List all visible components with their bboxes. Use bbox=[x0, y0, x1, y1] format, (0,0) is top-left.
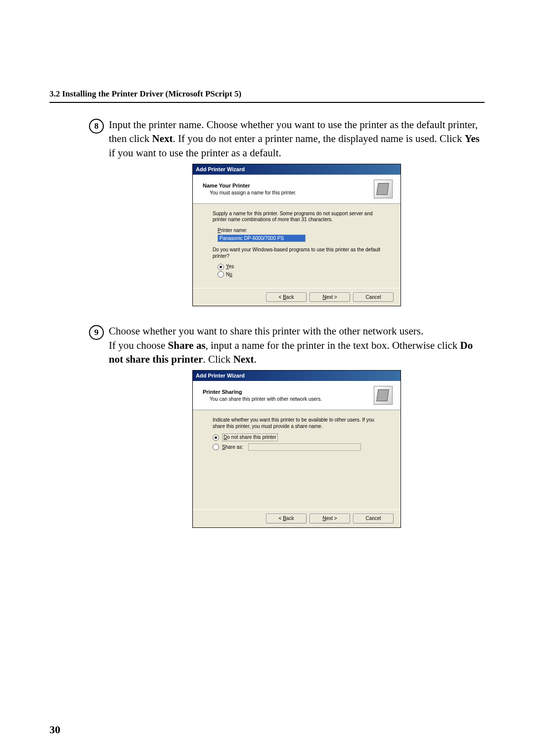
page-number: 30 bbox=[49, 723, 60, 736]
default-printer-question: Do you want your Windows-based programs … bbox=[213, 247, 381, 259]
wizard-footer: < Back Next > Cancel bbox=[193, 288, 400, 306]
cancel-button[interactable]: Cancel bbox=[353, 292, 394, 302]
text: , input a name for the printer in the te… bbox=[206, 339, 460, 351]
step-number-container: 8 bbox=[84, 118, 109, 315]
step-number-container: 9 bbox=[84, 324, 109, 536]
wizard-header: Name Your Printer You must assign a name… bbox=[193, 175, 400, 204]
radio-do-not-share-label: Do not share this printer bbox=[222, 433, 278, 441]
back-button[interactable]: < Back bbox=[266, 514, 307, 523]
text: if you want to use the printer as a defa… bbox=[109, 147, 281, 159]
wizard-body: Supply a name for this printer. Some pro… bbox=[193, 204, 400, 288]
section-header: 3.2 Installing the Printer Driver (Micro… bbox=[49, 89, 485, 103]
bold-share-as: Share as bbox=[168, 339, 206, 351]
wizard-header-text: Printer Sharing You can share this print… bbox=[203, 388, 374, 402]
text: . bbox=[254, 353, 257, 365]
wizard-header-title: Name Your Printer bbox=[203, 182, 374, 189]
back-button[interactable]: < Back bbox=[266, 292, 307, 302]
step-8: 8 Input the printer name. Choose whether… bbox=[49, 118, 485, 315]
text: . Click bbox=[203, 353, 233, 365]
radio-share-as-label: Share as: bbox=[222, 444, 243, 451]
bold-next: Next bbox=[233, 353, 254, 365]
radio-yes-row[interactable]: Yes bbox=[218, 263, 381, 270]
step-8-badge: 8 bbox=[89, 119, 104, 134]
text: If you choose bbox=[109, 339, 168, 351]
wizard-header-subtitle: You must assign a name for this printer. bbox=[210, 189, 374, 196]
bold-yes: Yes bbox=[465, 133, 480, 144]
printer-name-label: Printer name: bbox=[218, 227, 381, 234]
step-8-text: Input the printer name. Choose whether y… bbox=[109, 118, 485, 315]
wizard-header: Printer Sharing You can share this print… bbox=[193, 381, 400, 410]
radio-share-as[interactable] bbox=[213, 444, 219, 450]
wizard-footer: < Back Next > Cancel bbox=[193, 509, 400, 527]
printer-icon bbox=[374, 180, 393, 198]
share-name-input bbox=[248, 443, 361, 451]
radio-no-label: No bbox=[226, 271, 232, 278]
step-9-line1: Choose whether you want to share this pr… bbox=[109, 324, 485, 338]
radio-yes[interactable] bbox=[218, 264, 224, 270]
wizard-description: Supply a name for this printer. Some pro… bbox=[213, 211, 381, 223]
text: . If you do not enter a printer name, th… bbox=[173, 133, 464, 144]
wizard-titlebar: Add Printer Wizard bbox=[193, 164, 400, 175]
next-button[interactable]: Next > bbox=[310, 514, 350, 523]
wizard-name-printer: Add Printer Wizard Name Your Printer You… bbox=[192, 164, 401, 306]
step-9-text: Choose whether you want to share this pr… bbox=[109, 324, 485, 536]
printer-name-input[interactable] bbox=[218, 235, 306, 242]
bold-next: Next bbox=[152, 133, 173, 144]
cancel-button[interactable]: Cancel bbox=[353, 514, 394, 523]
wizard-header-text: Name Your Printer You must assign a name… bbox=[203, 182, 374, 196]
radio-do-not-share[interactable] bbox=[213, 434, 219, 441]
wizard-titlebar: Add Printer Wizard bbox=[193, 371, 400, 381]
wizard-header-subtitle: You can share this printer with other ne… bbox=[210, 396, 374, 403]
radio-no-row[interactable]: No bbox=[218, 271, 381, 278]
radio-yes-label: Yes bbox=[226, 263, 234, 270]
radio-do-not-share-row[interactable]: Do not share this printer bbox=[213, 433, 381, 441]
wizard-printer-sharing: Add Printer Wizard Printer Sharing You c… bbox=[192, 370, 401, 527]
step-9-line2: If you choose Share as, input a name for… bbox=[109, 338, 485, 367]
wizard-description: Indicate whether you want this printer t… bbox=[213, 417, 381, 429]
step-9: 9 Choose whether you want to share this … bbox=[49, 324, 485, 536]
wizard-header-title: Printer Sharing bbox=[203, 388, 374, 396]
next-button[interactable]: Next > bbox=[310, 292, 350, 302]
step-9-badge: 9 bbox=[89, 325, 104, 340]
radio-share-as-row[interactable]: Share as: bbox=[213, 443, 381, 451]
wizard-body: Indicate whether you want this printer t… bbox=[193, 410, 400, 509]
printer-icon bbox=[374, 386, 393, 405]
radio-no[interactable] bbox=[218, 271, 224, 278]
